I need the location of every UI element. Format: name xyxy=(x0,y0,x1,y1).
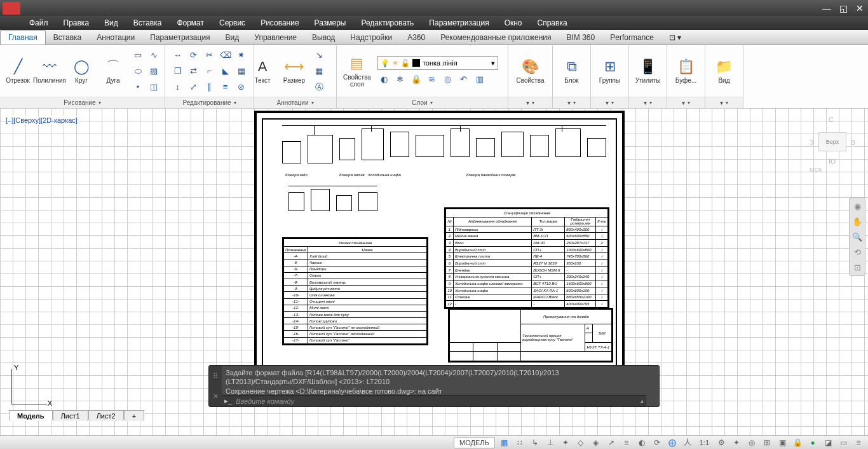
hardware-icon[interactable]: ● xyxy=(807,438,818,448)
infer-icon[interactable]: ↳ xyxy=(529,438,541,448)
clipboard-button[interactable]: 📋Буфе... xyxy=(672,57,700,85)
restore-button[interactable]: ◱ xyxy=(835,1,851,15)
steering-wheel-icon[interactable]: ◉ xyxy=(851,200,863,212)
rect-icon[interactable]: ▭ xyxy=(131,48,145,62)
arc-button[interactable]: ⌒Дуга xyxy=(99,57,127,85)
3dosnap-icon[interactable]: ◈ xyxy=(590,438,602,448)
line-button[interactable]: ╱Отрезок xyxy=(4,57,32,85)
layer-freeze-icon[interactable]: ❄ xyxy=(393,72,407,86)
osnap-icon[interactable]: ◇ xyxy=(575,438,587,448)
viewcube-face[interactable]: Верх xyxy=(818,132,846,151)
app-icon[interactable] xyxy=(3,2,20,15)
ellipse-icon[interactable]: ⬭ xyxy=(131,64,145,78)
panel-label-props[interactable]: ▾ xyxy=(508,97,552,108)
panel-label-annot[interactable]: Аннотации xyxy=(254,97,336,108)
menu-правка[interactable]: Правка xyxy=(56,17,97,29)
cleanscreen-icon[interactable]: ▭ xyxy=(837,438,849,448)
close-button[interactable]: ✕ xyxy=(851,1,868,15)
ribbon-tab[interactable]: Надстройки xyxy=(342,31,400,45)
dimension-button[interactable]: ⟷Размер xyxy=(280,57,308,85)
customize-icon[interactable]: ≡ xyxy=(853,438,864,448)
mtext-icon[interactable]: Ⓐ xyxy=(312,80,326,94)
panel-label-groups[interactable]: ▾ xyxy=(591,97,628,108)
gear-icon[interactable]: ⚙ xyxy=(715,438,727,448)
properties-button[interactable]: 🎨Свойства xyxy=(514,57,547,85)
showall-icon[interactable]: ⊡ xyxy=(851,261,863,273)
menu-рисование[interactable]: Рисование xyxy=(253,17,306,29)
annomonitor-icon[interactable]: ⨁ xyxy=(667,438,678,448)
menu-размеры[interactable]: Размеры xyxy=(307,17,354,29)
menu-сервис[interactable]: Сервис xyxy=(212,17,253,29)
ribbon-tab[interactable]: Аннотации xyxy=(89,31,142,45)
workspace-icon[interactable]: ✦ xyxy=(731,438,742,448)
explode-icon[interactable]: ✷ xyxy=(234,48,248,62)
menu-окно[interactable]: Окно xyxy=(497,17,530,29)
ribbon-tab[interactable]: BIM 360 xyxy=(559,31,603,45)
trim-icon[interactable]: ✂ xyxy=(203,48,217,62)
layout-tab[interactable]: Модель xyxy=(9,410,53,421)
layer-lock-icon[interactable]: 🔒 xyxy=(409,72,423,86)
menu-вид[interactable]: Вид xyxy=(97,17,126,29)
command-window[interactable]: ⠿✕ Задайте формат файла [R14(LT98&LT97)/… xyxy=(208,365,660,407)
quickprops-icon[interactable]: ▣ xyxy=(776,438,788,448)
menu-вставка[interactable]: Вставка xyxy=(126,17,170,29)
close-cmd-icon[interactable]: ✕ xyxy=(213,392,219,401)
lockui-icon[interactable]: 🔒 xyxy=(792,438,803,448)
panel-label-utils[interactable]: ▾ xyxy=(629,97,667,108)
layer-props-button[interactable]: ▤Свойства слоя xyxy=(341,53,374,89)
ribbon-tab[interactable]: Главная xyxy=(0,30,46,45)
ribbon-tab[interactable]: Параметризация xyxy=(142,31,217,45)
otrack-icon[interactable]: ↗ xyxy=(606,438,617,448)
break-icon[interactable]: ⊘ xyxy=(234,80,248,94)
snap-toggle-icon[interactable]: ∷ xyxy=(514,438,526,448)
polyline-button[interactable]: 〰Полилиния xyxy=(36,57,64,85)
viewport-label[interactable]: [–][Сверху][2D-каркас] xyxy=(4,116,79,125)
ribbon-tab[interactable]: Управление xyxy=(247,31,304,45)
panel-label-layers[interactable]: Слои xyxy=(337,97,508,108)
ribbon-tab[interactable]: Рекомендованные приложения xyxy=(433,31,559,45)
scale-icon[interactable]: ⤢ xyxy=(187,80,201,94)
panel-label-block[interactable]: ▾ xyxy=(553,97,590,108)
layout-tab[interactable]: Лист2 xyxy=(88,410,124,421)
cmd-expand-icon[interactable]: ▴ xyxy=(640,397,644,405)
rotate-icon[interactable]: ⟳ xyxy=(187,48,201,62)
align-icon[interactable]: ≡ xyxy=(219,80,233,94)
orbit-icon[interactable]: ⟲ xyxy=(851,246,863,258)
layer-prev-icon[interactable]: ↶ xyxy=(457,72,471,86)
transparency-icon[interactable]: ◐ xyxy=(636,438,648,448)
menu-файл[interactable]: Файл xyxy=(22,17,56,29)
polar-icon[interactable]: ✦ xyxy=(560,438,571,448)
array-icon[interactable]: ▦ xyxy=(234,64,248,78)
layer-state-icon[interactable]: ▥ xyxy=(473,72,487,86)
pan-icon[interactable]: ✋ xyxy=(851,216,863,227)
zoom-icon[interactable]: 🔍 xyxy=(851,231,863,242)
panel-label-modify[interactable]: Редактирование xyxy=(165,97,254,108)
chamfer-icon[interactable]: ◣ xyxy=(219,64,233,78)
copy-icon[interactable]: ❐ xyxy=(171,64,185,78)
ribbon-tab[interactable]: Performance xyxy=(602,31,661,45)
menu-параметризация[interactable]: Параметризация xyxy=(421,17,496,29)
view-button[interactable]: 📁Вид xyxy=(710,57,738,85)
view-cube[interactable]: С З В Ю Верх МСК xyxy=(810,116,855,173)
offset-icon[interactable]: ∥ xyxy=(203,80,217,94)
erase-icon[interactable]: ⌫ xyxy=(219,48,233,62)
annoscale-icon[interactable]: 人 xyxy=(682,438,693,448)
ribbon-tab[interactable]: Вид xyxy=(218,31,247,45)
fillet-icon[interactable]: ⌐ xyxy=(203,64,217,78)
isolate-icon[interactable]: ◪ xyxy=(822,438,834,448)
stretch-icon[interactable]: ↕ xyxy=(171,80,185,94)
text-button[interactable]: AТекст xyxy=(248,57,276,85)
panel-label-clip[interactable]: ▾ xyxy=(667,97,705,108)
ribbon-tab[interactable]: Вставка xyxy=(46,31,90,45)
ribbon-extras-icon[interactable]: ⊡ ▾ xyxy=(661,31,689,45)
leader-icon[interactable]: ↘ xyxy=(312,48,326,62)
ortho-icon[interactable]: ⊥ xyxy=(545,438,556,448)
drawing-canvas[interactable]: [–][Сверху][2D-каркас] xyxy=(0,108,868,435)
scale-display[interactable]: 1:1 xyxy=(697,439,712,446)
menu-редактировать[interactable]: Редактировать xyxy=(353,17,421,29)
circle-button[interactable]: ◯Круг xyxy=(67,57,95,85)
model-space-button[interactable]: МОДЕЛЬ xyxy=(454,437,495,448)
region-icon[interactable]: ◫ xyxy=(147,80,161,94)
panel-label-view[interactable]: ▾ xyxy=(705,97,743,108)
point-icon[interactable]: • xyxy=(131,80,145,94)
